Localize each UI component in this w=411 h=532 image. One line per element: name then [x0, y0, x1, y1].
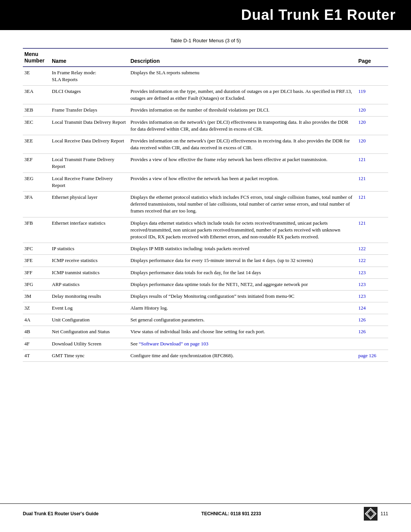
cell-page[interactable]: 120	[357, 135, 388, 153]
footer-page-number: 111	[381, 511, 388, 516]
footer-right: 111	[364, 507, 388, 521]
software-download-link[interactable]: “Software Download” on page 103	[139, 341, 209, 347]
page-link[interactable]: 121	[358, 220, 366, 226]
col-header-menu-number: Menu Number	[23, 48, 50, 67]
page-link[interactable]: 123	[358, 281, 366, 287]
cell-menu: 4A	[23, 314, 50, 326]
table-row: 3EBFrame Transfer DelaysProvides informa…	[23, 104, 388, 116]
main-content: Table D-1 Router Menus (3 of 5) Menu Num…	[0, 30, 411, 385]
cell-menu: 3E	[23, 67, 50, 86]
company-logo-icon	[364, 507, 378, 521]
page-link[interactable]: 119	[358, 88, 365, 94]
page-link[interactable]: 126	[358, 317, 366, 323]
page-footer: Dual Trunk E1 Router User's Guide TECHNI…	[0, 503, 411, 521]
col-header-name: Name	[50, 48, 129, 67]
page-link[interactable]: 121	[358, 176, 366, 181]
cell-name: DLCI Outages	[50, 85, 129, 104]
cell-page[interactable]: 119	[357, 85, 388, 104]
table-row: 4FDownload Utility ScreenSee “Software D…	[23, 338, 388, 350]
table-row: 3FEICMP receive statisticsDisplays perfo…	[23, 255, 388, 267]
cell-name: Local Receive Data Delivery Report	[50, 135, 129, 153]
cell-name: ICMP tranmist statistics	[50, 267, 129, 278]
table-header-row: Menu Number Name Description Page	[23, 48, 388, 67]
cell-name: IP statistics	[50, 243, 129, 255]
table-row: 3EIn Frame Relay mode:SLA ReportsDisplay…	[23, 67, 388, 86]
cell-page[interactable]: 120	[357, 104, 388, 116]
cell-menu: 3EA	[23, 85, 50, 104]
cell-name: Unit Configuration	[50, 314, 129, 326]
col-header-description: Description	[129, 48, 357, 67]
table-row: 4TGMT Time syncConfigure time and date s…	[23, 350, 388, 361]
page-title: Dual Trunk E1 Router	[241, 7, 396, 23]
cell-menu: 4B	[23, 326, 50, 338]
cell-page[interactable]: 123	[357, 267, 388, 278]
header-banner: Dual Trunk E1 Router	[0, 0, 411, 30]
cell-menu: 3M	[23, 290, 50, 302]
cell-description: Displays IP MIB statistics including: to…	[129, 243, 357, 255]
table-row: 3FFICMP tranmist statisticsDisplays perf…	[23, 267, 388, 278]
cell-description: Provides information on the network's (p…	[129, 135, 357, 153]
cell-page[interactable]: 121	[357, 217, 388, 243]
cell-menu: 3FE	[23, 255, 50, 267]
cell-menu: 3FC	[23, 243, 50, 255]
page-link[interactable]: 123	[358, 293, 366, 299]
cell-page[interactable]: 122	[357, 255, 388, 267]
table-row: 3FAEthernet physical layerDisplays the e…	[23, 192, 388, 217]
page-link[interactable]: 123	[358, 270, 366, 275]
page-link[interactable]: 120	[358, 107, 366, 113]
page-link[interactable]: page 126	[358, 353, 376, 358]
cell-description: View status of individual links and choo…	[129, 326, 357, 338]
table-row: 3FCIP statisticsDisplays IP MIB statisti…	[23, 243, 388, 255]
cell-page[interactable]: 121	[357, 154, 388, 173]
cell-name: Download Utility Screen	[50, 338, 129, 350]
page-link[interactable]: 126	[358, 329, 366, 334]
cell-page[interactable]: 122	[357, 243, 388, 255]
cell-description: Provides a view of how effective the net…	[129, 173, 357, 191]
cell-page[interactable]: page 126	[357, 350, 388, 361]
page-link[interactable]: 121	[358, 157, 366, 162]
table-row: 3EADLCI OutagesProvides information on t…	[23, 85, 388, 104]
col-header-page: Page	[357, 48, 388, 67]
cell-page[interactable]: 121	[357, 192, 388, 217]
cell-page[interactable]: 120	[357, 116, 388, 135]
cell-page[interactable]: 124	[357, 302, 388, 314]
cell-description: Configure time and date synchronization …	[129, 350, 357, 361]
table-row: 4AUnit ConfigurationSet general configur…	[23, 314, 388, 326]
cell-name: Event Log	[50, 302, 129, 314]
cell-description: See “Software Download” on page 103	[129, 338, 357, 350]
footer-guide-title: Dual Trunk E1 Router User's Guide	[23, 511, 99, 516]
cell-name: Delay monitoring results	[50, 290, 129, 302]
table-row: 3ZEvent LogAlarm History log.124	[23, 302, 388, 314]
page-link[interactable]: 122	[358, 257, 366, 263]
page-link[interactable]: 120	[358, 138, 366, 144]
cell-description: Displays performance data for every 15-m…	[129, 255, 357, 267]
table-row: 4BNet Configuration and StatusView statu…	[23, 326, 388, 338]
cell-description: Displays the ethernet protocol statistic…	[129, 192, 357, 217]
cell-menu: 3EG	[23, 173, 50, 191]
cell-name: Net Configuration and Status	[50, 326, 129, 338]
cell-page[interactable]: 123	[357, 290, 388, 302]
cell-menu: 3EE	[23, 135, 50, 153]
cell-name: Frame Transfer Delays	[50, 104, 129, 116]
cell-description: Provides information on the type, number…	[129, 85, 357, 104]
cell-description: Displays the SLA reports submenu	[129, 67, 357, 86]
cell-name: Ethernet interface statistics	[50, 217, 129, 243]
cell-page[interactable]: 126	[357, 314, 388, 326]
page-link[interactable]: 124	[358, 305, 366, 311]
table-row: 3ECLocal Transmit Data Delivery ReportPr…	[23, 116, 388, 135]
page-link[interactable]: 120	[358, 119, 366, 125]
page-link[interactable]: 122	[358, 246, 366, 251]
cell-menu: 3Z	[23, 302, 50, 314]
cell-name: In Frame Relay mode:SLA Reports	[50, 67, 129, 86]
cell-page[interactable]: 121	[357, 173, 388, 191]
cell-description: Set general configuration parameters.	[129, 314, 357, 326]
cell-menu: 3FF	[23, 267, 50, 278]
table-row: 3EELocal Receive Data Delivery ReportPro…	[23, 135, 388, 153]
cell-page[interactable]: 126	[357, 326, 388, 338]
cell-description: Alarm History log.	[129, 302, 357, 314]
cell-page[interactable]: 123	[357, 278, 388, 290]
cell-page	[357, 67, 388, 86]
page-link[interactable]: 121	[358, 194, 366, 200]
cell-menu: 3EC	[23, 116, 50, 135]
cell-name: ARP statistics	[50, 278, 129, 290]
